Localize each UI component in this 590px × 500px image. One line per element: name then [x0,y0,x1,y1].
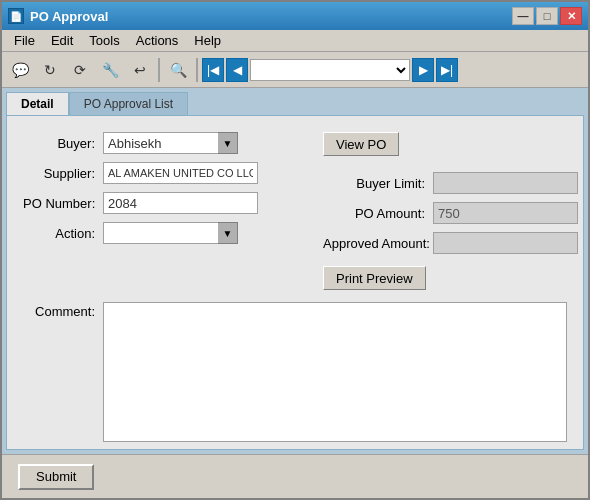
action-row: Action: ▼ [23,222,303,244]
action-dropdown-wrapper: ▼ [103,222,238,244]
approved-amount-row: Approved Amount: [323,232,578,254]
toolbar-separator-2 [196,58,198,82]
po-number-input[interactable] [103,192,258,214]
main-panel: Buyer: ▼ Supplier: PO Number: [6,115,584,450]
buyer-dropdown-arrow[interactable]: ▼ [218,132,238,154]
menu-file[interactable]: File [6,31,43,50]
toolbar-undo-icon[interactable]: ↩ [126,56,154,84]
print-preview-row: Print Preview [323,262,578,290]
toolbar-last-icon[interactable]: ▶| [436,58,458,82]
toolbar-next-icon[interactable]: ▶ [412,58,434,82]
view-po-button[interactable]: View PO [323,132,399,156]
tab-bar: Detail PO Approval List [6,92,584,115]
buyer-limit-row: Buyer Limit: [323,172,578,194]
menu-tools[interactable]: Tools [81,31,127,50]
po-number-row: PO Number: [23,192,303,214]
menu-bar: File Edit Tools Actions Help [2,30,588,52]
title-bar: 📄 PO Approval — □ ✕ [2,2,588,30]
content-area: Detail PO Approval List Buyer: ▼ [2,88,588,454]
toolbar-dropdown[interactable] [250,59,410,81]
toolbar-reload-icon[interactable]: ⟳ [66,56,94,84]
po-amount-input [433,202,578,224]
supplier-row: Supplier: [23,162,303,184]
tab-detail[interactable]: Detail [6,92,69,115]
menu-edit[interactable]: Edit [43,31,81,50]
toolbar-prev-icon[interactable]: ◀ [226,58,248,82]
comment-row: Comment: [23,302,567,442]
bottom-bar: Submit [2,454,588,498]
toolbar-chat-icon[interactable]: 💬 [6,56,34,84]
buyer-limit-label: Buyer Limit: [323,176,433,191]
maximize-button[interactable]: □ [536,7,558,25]
menu-help[interactable]: Help [186,31,229,50]
buyer-label: Buyer: [23,136,103,151]
form-right: View PO Buyer Limit: PO Amount: Appr [323,132,578,298]
print-preview-button[interactable]: Print Preview [323,266,426,290]
title-bar-left: 📄 PO Approval [8,8,108,24]
window-controls: — □ ✕ [512,7,582,25]
toolbar-search-icon[interactable]: 🔍 [164,56,192,84]
comment-textarea[interactable] [103,302,567,442]
toolbar-first-icon[interactable]: |◀ [202,58,224,82]
supplier-label: Supplier: [23,166,103,181]
view-po-row: View PO [323,132,578,164]
toolbar: 💬 ↻ ⟳ 🔧 ↩ 🔍 |◀ ◀ ▶ ▶| [2,52,588,88]
approved-amount-label: Approved Amount: [323,236,433,251]
tab-po-approval-list[interactable]: PO Approval List [69,92,188,115]
toolbar-refresh-icon[interactable]: ↻ [36,56,64,84]
buyer-row: Buyer: ▼ [23,132,303,154]
po-number-label: PO Number: [23,196,103,211]
toolbar-separator-1 [158,58,160,82]
supplier-input[interactable] [103,162,258,184]
form-left: Buyer: ▼ Supplier: PO Number: [23,132,303,298]
buyer-dropdown-wrapper: ▼ [103,132,238,154]
close-button[interactable]: ✕ [560,7,582,25]
window-title: PO Approval [30,9,108,24]
po-amount-row: PO Amount: [323,202,578,224]
po-amount-label: PO Amount: [323,206,433,221]
minimize-button[interactable]: — [512,7,534,25]
comment-label: Comment: [23,302,103,442]
action-dropdown-arrow[interactable]: ▼ [218,222,238,244]
app-icon: 📄 [8,8,24,24]
action-label: Action: [23,226,103,241]
submit-button[interactable]: Submit [18,464,94,490]
toolbar-tool-icon[interactable]: 🔧 [96,56,124,84]
buyer-limit-input [433,172,578,194]
form-section: Buyer: ▼ Supplier: PO Number: [23,132,567,298]
approved-amount-input [433,232,578,254]
main-window: 📄 PO Approval — □ ✕ File Edit Tools Acti… [0,0,590,500]
menu-actions[interactable]: Actions [128,31,187,50]
